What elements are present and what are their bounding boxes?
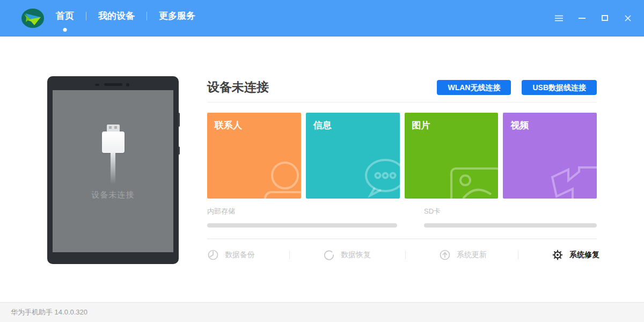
tile-videos-label: 视频 <box>510 119 529 131</box>
action-divider <box>289 251 290 259</box>
update-arrow-icon <box>439 249 451 261</box>
statusbar: 华为手机助手 14.0.0.320 <box>0 302 644 322</box>
phone-sensor <box>95 84 99 86</box>
app-version-text: 华为手机助手 14.0.0.320 <box>11 308 87 317</box>
nav-my-device[interactable]: 我的设备 <box>97 6 136 30</box>
nav-divider <box>86 12 86 20</box>
sd-card-label: SD卡 <box>424 207 597 216</box>
storage-section: 内部存储 SD卡 <box>207 207 597 228</box>
app-logo-icon <box>20 8 45 29</box>
section-divider <box>207 238 597 239</box>
backup-clock-icon <box>207 249 219 261</box>
hisuite-window: 首页 我的设备 更多服务 <box>0 0 644 322</box>
nav-home-label: 首页 <box>56 11 74 21</box>
tile-contacts-label: 联系人 <box>215 119 242 131</box>
close-icon[interactable] <box>624 14 632 23</box>
title-divider <box>207 102 597 103</box>
tile-pictures[interactable]: 图片 <box>405 113 499 199</box>
sd-card-bar <box>424 223 597 228</box>
usb-connect-button[interactable]: USB数据线连接 <box>522 80 597 95</box>
nav-my-device-label: 我的设备 <box>98 11 135 21</box>
phone-illustration: 设备未连接 <box>47 76 179 264</box>
repair-gear-icon <box>552 249 564 261</box>
action-label: 数据恢复 <box>341 250 371 260</box>
restore-arrow-icon <box>323 249 335 261</box>
tile-pictures-label: 图片 <box>412 119 430 131</box>
message-bubble-icon <box>343 157 400 199</box>
action-divider <box>405 251 406 259</box>
main-nav: 首页 我的设备 更多服务 <box>55 6 196 30</box>
tile-messages-label: 信息 <box>313 119 332 131</box>
phone-speaker <box>104 83 122 86</box>
phone-screen: 设备未连接 <box>53 90 173 252</box>
nav-home[interactable]: 首页 <box>55 6 75 30</box>
action-data-backup[interactable]: 数据备份 <box>207 248 255 262</box>
tile-messages[interactable]: 信息 <box>306 113 400 199</box>
titlebar: 首页 我的设备 更多服务 <box>0 0 644 36</box>
action-divider <box>518 251 518 259</box>
nav-more-services-label: 更多服务 <box>159 11 195 21</box>
phone-status-text: 设备未连接 <box>53 190 173 200</box>
internal-storage: 内部存储 <box>207 207 397 228</box>
connect-buttons: WLAN无线连接 USB数据线连接 <box>437 80 597 95</box>
action-system-repair[interactable]: 系统修复 <box>552 248 599 262</box>
wlan-connect-button[interactable]: WLAN无线连接 <box>437 80 511 95</box>
action-label: 系统更新 <box>457 250 487 260</box>
action-label: 数据备份 <box>225 250 255 260</box>
page-title: 设备未连接 <box>207 79 269 96</box>
phone-power-key <box>178 147 180 155</box>
action-system-update[interactable]: 系统更新 <box>439 248 487 262</box>
usb-cable-icon <box>102 125 125 184</box>
nav-divider <box>147 12 147 20</box>
tile-contacts[interactable]: 联系人 <box>207 113 301 199</box>
phone-volume-key <box>178 113 180 127</box>
sd-card-storage: SD卡 <box>424 207 597 228</box>
internal-storage-label: 内部存储 <box>207 207 397 216</box>
window-controls <box>554 14 632 23</box>
minimize-icon[interactable] <box>577 14 586 23</box>
contact-person-icon <box>245 157 301 199</box>
menu-icon[interactable] <box>554 14 563 23</box>
tile-videos[interactable]: 视频 <box>503 113 597 199</box>
internal-storage-bar <box>207 223 397 228</box>
picture-frame-icon <box>442 157 498 199</box>
phone-camera <box>126 83 129 86</box>
nav-more-services[interactable]: 更多服务 <box>158 6 196 30</box>
action-label: 系统修复 <box>569 250 599 260</box>
video-camera-icon <box>540 157 597 199</box>
category-tiles: 联系人 信息 图片 视频 <box>207 113 597 199</box>
active-tab-dot <box>63 28 67 32</box>
maximize-icon[interactable] <box>601 14 609 23</box>
action-data-restore[interactable]: 数据恢复 <box>323 248 371 262</box>
